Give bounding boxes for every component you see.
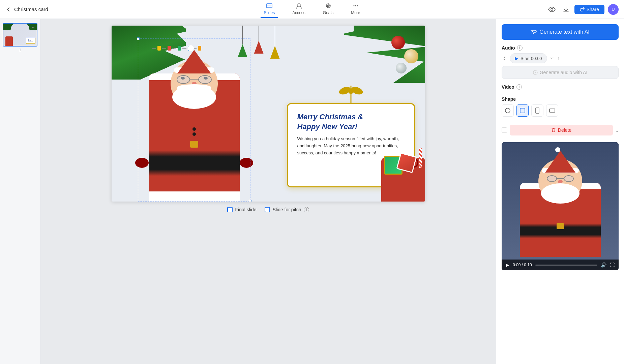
audio-row: 🎙 ▶ Start 00:00 〰 ↑ — [502, 53, 619, 63]
video-bg — [502, 142, 619, 270]
pine-right — [344, 26, 425, 83]
topbar: Christmas card Slides Access — [0, 0, 624, 19]
audio-info-icon[interactable]: i — [517, 45, 523, 51]
access-icon — [295, 3, 302, 10]
video-santa-body — [513, 149, 607, 257]
santa-figure — [139, 40, 250, 202]
tab-more-label: More — [351, 10, 360, 15]
generate-audio-label: Generate audio with AI — [540, 70, 588, 75]
svg-point-5 — [353, 5, 354, 6]
back-button[interactable] — [5, 6, 11, 12]
slide-for-pitch-check[interactable] — [265, 207, 270, 212]
video-content — [502, 142, 619, 270]
tab-goals-label: Goals — [323, 10, 333, 15]
slide-panel: MerryChristmas ··· 1 — [0, 19, 40, 364]
svg-point-7 — [357, 5, 358, 6]
main-layout: MerryChristmas ··· 1 — [0, 19, 624, 364]
topbar-nav: Slides Access Goals — [260, 1, 363, 18]
tab-slides-label: Slides — [264, 10, 275, 15]
gift-bag — [381, 148, 425, 202]
bottom-bar: Final slide Slide for pitch i — [227, 207, 309, 212]
download-button[interactable] — [561, 5, 571, 14]
preview-button[interactable] — [546, 5, 558, 13]
audio-start-button[interactable]: ▶ Start 00:00 — [510, 53, 547, 63]
card-ribbon — [337, 86, 364, 104]
final-slide-label: Final slide — [235, 207, 257, 212]
audio-upload-icon[interactable]: ↑ — [557, 56, 560, 61]
final-slide-checkbox[interactable]: Final slide — [227, 207, 257, 212]
video-progress-bar[interactable] — [535, 265, 597, 266]
slide-for-pitch-label: Slide for pitch — [273, 207, 301, 212]
slide-for-pitch-checkbox[interactable]: Slide for pitch i — [265, 207, 309, 212]
tab-slides[interactable]: Slides — [260, 1, 278, 18]
generate-audio-icon — [533, 70, 538, 75]
hang-item-3 — [270, 26, 280, 59]
topbar-right: Share U — [546, 4, 619, 15]
video-header: Video i — [502, 84, 619, 90]
video-section: Video i — [502, 84, 619, 90]
audio-wave-icon: 〰 — [550, 56, 555, 61]
shape-label: Shape — [502, 96, 516, 102]
video-info-icon[interactable]: i — [516, 84, 522, 90]
download-video-icon[interactable]: ↓ — [616, 127, 619, 134]
delete-button[interactable]: Delete — [510, 125, 613, 135]
tab-more[interactable]: More — [348, 1, 363, 18]
svg-point-6 — [355, 5, 356, 6]
text-ai-icon — [531, 29, 537, 35]
generate-text-ai-button[interactable]: Generate text with AI — [502, 24, 619, 40]
video-time: 0:00 / 0:10 — [513, 263, 532, 267]
slide-for-pitch-info[interactable]: i — [304, 207, 309, 212]
shape-square-button[interactable] — [516, 104, 529, 117]
video-fullscreen-button[interactable]: ⛶ — [610, 262, 615, 268]
generate-text-ai-label: Generate text with AI — [539, 29, 590, 35]
video-volume-button[interactable]: 🔊 — [601, 262, 606, 268]
svg-point-8 — [551, 8, 553, 10]
goals-icon — [325, 3, 332, 10]
slide-thumb-frame: MerryChristmas ··· — [3, 23, 37, 47]
slide-thumbnail-1[interactable]: MerryChristmas ··· 1 — [3, 23, 37, 52]
svg-point-14 — [505, 108, 510, 113]
shape-header: Shape — [502, 96, 619, 102]
trash-icon — [551, 128, 556, 132]
card-title: Merry Christmas & Happy New Year! — [297, 112, 405, 131]
shape-section: Shape — [502, 96, 619, 117]
mic-icon: 🎙 — [502, 55, 507, 61]
svg-rect-17 — [549, 109, 555, 112]
svg-point-4 — [328, 5, 329, 6]
video-label: Video — [502, 84, 514, 90]
share-button[interactable]: Share — [574, 5, 604, 14]
user-avatar[interactable]: U — [608, 4, 619, 15]
shape-row — [502, 104, 619, 117]
audio-section: Audio i 🎙 ▶ Start 00:00 〰 ↑ Generate aud… — [502, 45, 619, 79]
generate-audio-button: Generate audio with AI — [502, 66, 619, 79]
tab-goals[interactable]: Goals — [320, 1, 337, 18]
shape-portrait-button[interactable] — [531, 104, 543, 117]
tab-access-label: Access — [292, 10, 305, 15]
right-panel: Generate text with AI Audio i 🎙 ▶ Start … — [496, 19, 624, 364]
slide-number-1: 1 — [3, 48, 37, 52]
final-slide-check[interactable] — [227, 207, 233, 212]
video-checkbox[interactable] — [502, 127, 507, 133]
svg-rect-0 — [267, 4, 272, 8]
svg-rect-15 — [520, 108, 525, 113]
shape-circle-button[interactable] — [502, 104, 514, 117]
delete-label: Delete — [558, 127, 571, 133]
video-controls: ▶ 0:00 / 0:10 🔊 ⛶ — [502, 260, 619, 270]
ornament-silver-1 — [396, 63, 407, 73]
share-label: Share — [587, 7, 599, 12]
audio-header: Audio i — [502, 45, 619, 51]
tab-access[interactable]: Access — [289, 1, 309, 18]
video-play-button[interactable]: ▶ — [506, 262, 509, 268]
ornament-red-1 — [391, 36, 405, 49]
delete-row: Delete ↓ — [502, 125, 619, 135]
slides-icon — [266, 3, 273, 10]
slide-canvas[interactable]: Merry Christmas & Happy New Year! Wishin… — [112, 26, 425, 202]
doc-title: Christmas card — [14, 6, 48, 12]
more-icon — [352, 3, 359, 10]
svg-point-12 — [349, 89, 353, 94]
hang-item-2 — [254, 26, 264, 59]
topbar-left: Christmas card — [5, 6, 73, 12]
shape-landscape-button[interactable] — [546, 104, 558, 117]
slide-thumb-menu[interactable]: ··· — [32, 25, 35, 30]
audio-start-label: Start 00:00 — [521, 56, 542, 61]
